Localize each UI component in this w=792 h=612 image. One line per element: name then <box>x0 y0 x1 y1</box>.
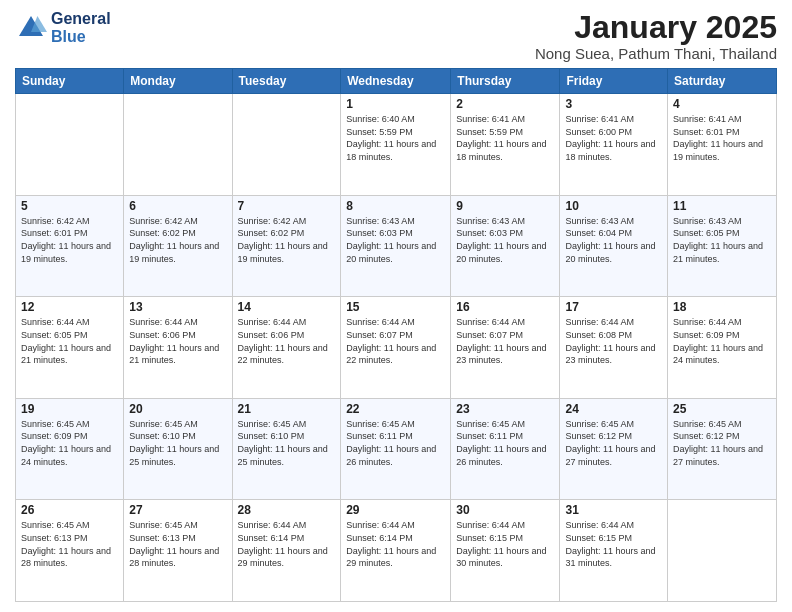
day-info: Sunrise: 6:45 AMSunset: 6:11 PMDaylight:… <box>346 419 436 467</box>
day-number: 31 <box>565 503 662 517</box>
day-info: Sunrise: 6:44 AMSunset: 6:15 PMDaylight:… <box>456 520 546 568</box>
calendar-cell: 7 Sunrise: 6:42 AMSunset: 6:02 PMDayligh… <box>232 195 341 297</box>
page-title: January 2025 <box>535 10 777 45</box>
calendar-cell: 6 Sunrise: 6:42 AMSunset: 6:02 PMDayligh… <box>124 195 232 297</box>
day-info: Sunrise: 6:44 AMSunset: 6:06 PMDaylight:… <box>129 317 219 365</box>
calendar-week-4: 19 Sunrise: 6:45 AMSunset: 6:09 PMDaylig… <box>16 398 777 500</box>
calendar-cell: 17 Sunrise: 6:44 AMSunset: 6:08 PMDaylig… <box>560 297 668 399</box>
col-tuesday: Tuesday <box>232 69 341 94</box>
day-info: Sunrise: 6:44 AMSunset: 6:09 PMDaylight:… <box>673 317 763 365</box>
col-wednesday: Wednesday <box>341 69 451 94</box>
day-number: 25 <box>673 402 771 416</box>
day-info: Sunrise: 6:42 AMSunset: 6:01 PMDaylight:… <box>21 216 111 264</box>
calendar-table: Sunday Monday Tuesday Wednesday Thursday… <box>15 68 777 602</box>
day-number: 21 <box>238 402 336 416</box>
calendar-cell: 15 Sunrise: 6:44 AMSunset: 6:07 PMDaylig… <box>341 297 451 399</box>
day-info: Sunrise: 6:43 AMSunset: 6:03 PMDaylight:… <box>456 216 546 264</box>
day-info: Sunrise: 6:41 AMSunset: 5:59 PMDaylight:… <box>456 114 546 162</box>
calendar-cell: 9 Sunrise: 6:43 AMSunset: 6:03 PMDayligh… <box>451 195 560 297</box>
page-subtitle: Nong Suea, Pathum Thani, Thailand <box>535 45 777 62</box>
day-number: 15 <box>346 300 445 314</box>
calendar-cell: 20 Sunrise: 6:45 AMSunset: 6:10 PMDaylig… <box>124 398 232 500</box>
day-number: 9 <box>456 199 554 213</box>
calendar-cell <box>232 94 341 196</box>
calendar-cell: 23 Sunrise: 6:45 AMSunset: 6:11 PMDaylig… <box>451 398 560 500</box>
calendar-cell: 19 Sunrise: 6:45 AMSunset: 6:09 PMDaylig… <box>16 398 124 500</box>
day-info: Sunrise: 6:45 AMSunset: 6:10 PMDaylight:… <box>129 419 219 467</box>
day-info: Sunrise: 6:44 AMSunset: 6:06 PMDaylight:… <box>238 317 328 365</box>
calendar-cell <box>16 94 124 196</box>
calendar-cell: 4 Sunrise: 6:41 AMSunset: 6:01 PMDayligh… <box>668 94 777 196</box>
calendar-week-2: 5 Sunrise: 6:42 AMSunset: 6:01 PMDayligh… <box>16 195 777 297</box>
day-info: Sunrise: 6:44 AMSunset: 6:14 PMDaylight:… <box>346 520 436 568</box>
day-number: 14 <box>238 300 336 314</box>
calendar-cell: 5 Sunrise: 6:42 AMSunset: 6:01 PMDayligh… <box>16 195 124 297</box>
day-info: Sunrise: 6:45 AMSunset: 6:11 PMDaylight:… <box>456 419 546 467</box>
calendar-cell: 8 Sunrise: 6:43 AMSunset: 6:03 PMDayligh… <box>341 195 451 297</box>
calendar-cell: 14 Sunrise: 6:44 AMSunset: 6:06 PMDaylig… <box>232 297 341 399</box>
calendar-week-3: 12 Sunrise: 6:44 AMSunset: 6:05 PMDaylig… <box>16 297 777 399</box>
day-info: Sunrise: 6:41 AMSunset: 6:00 PMDaylight:… <box>565 114 655 162</box>
col-sunday: Sunday <box>16 69 124 94</box>
calendar-cell: 27 Sunrise: 6:45 AMSunset: 6:13 PMDaylig… <box>124 500 232 602</box>
day-number: 3 <box>565 97 662 111</box>
day-info: Sunrise: 6:44 AMSunset: 6:15 PMDaylight:… <box>565 520 655 568</box>
header: General Blue January 2025 Nong Suea, Pat… <box>15 10 777 62</box>
title-area: January 2025 Nong Suea, Pathum Thani, Th… <box>535 10 777 62</box>
calendar-cell: 3 Sunrise: 6:41 AMSunset: 6:00 PMDayligh… <box>560 94 668 196</box>
col-thursday: Thursday <box>451 69 560 94</box>
day-number: 20 <box>129 402 226 416</box>
calendar-cell: 24 Sunrise: 6:45 AMSunset: 6:12 PMDaylig… <box>560 398 668 500</box>
calendar-cell <box>668 500 777 602</box>
calendar-cell: 12 Sunrise: 6:44 AMSunset: 6:05 PMDaylig… <box>16 297 124 399</box>
day-info: Sunrise: 6:44 AMSunset: 6:08 PMDaylight:… <box>565 317 655 365</box>
day-info: Sunrise: 6:45 AMSunset: 6:10 PMDaylight:… <box>238 419 328 467</box>
day-number: 30 <box>456 503 554 517</box>
calendar-cell: 25 Sunrise: 6:45 AMSunset: 6:12 PMDaylig… <box>668 398 777 500</box>
day-number: 27 <box>129 503 226 517</box>
page: General Blue January 2025 Nong Suea, Pat… <box>0 0 792 612</box>
day-number: 4 <box>673 97 771 111</box>
calendar-cell: 30 Sunrise: 6:44 AMSunset: 6:15 PMDaylig… <box>451 500 560 602</box>
logo-text: General Blue <box>51 10 111 45</box>
day-number: 13 <box>129 300 226 314</box>
calendar-week-1: 1 Sunrise: 6:40 AMSunset: 5:59 PMDayligh… <box>16 94 777 196</box>
calendar-cell <box>124 94 232 196</box>
day-info: Sunrise: 6:45 AMSunset: 6:13 PMDaylight:… <box>21 520 111 568</box>
day-info: Sunrise: 6:45 AMSunset: 6:12 PMDaylight:… <box>673 419 763 467</box>
calendar-cell: 1 Sunrise: 6:40 AMSunset: 5:59 PMDayligh… <box>341 94 451 196</box>
day-number: 16 <box>456 300 554 314</box>
calendar-cell: 26 Sunrise: 6:45 AMSunset: 6:13 PMDaylig… <box>16 500 124 602</box>
day-number: 8 <box>346 199 445 213</box>
calendar-cell: 31 Sunrise: 6:44 AMSunset: 6:15 PMDaylig… <box>560 500 668 602</box>
day-info: Sunrise: 6:44 AMSunset: 6:07 PMDaylight:… <box>346 317 436 365</box>
day-info: Sunrise: 6:40 AMSunset: 5:59 PMDaylight:… <box>346 114 436 162</box>
day-number: 28 <box>238 503 336 517</box>
day-info: Sunrise: 6:41 AMSunset: 6:01 PMDaylight:… <box>673 114 763 162</box>
col-friday: Friday <box>560 69 668 94</box>
day-number: 18 <box>673 300 771 314</box>
calendar-cell: 22 Sunrise: 6:45 AMSunset: 6:11 PMDaylig… <box>341 398 451 500</box>
day-info: Sunrise: 6:44 AMSunset: 6:14 PMDaylight:… <box>238 520 328 568</box>
day-number: 11 <box>673 199 771 213</box>
logo: General Blue <box>15 10 111 45</box>
calendar-cell: 21 Sunrise: 6:45 AMSunset: 6:10 PMDaylig… <box>232 398 341 500</box>
col-monday: Monday <box>124 69 232 94</box>
day-info: Sunrise: 6:44 AMSunset: 6:07 PMDaylight:… <box>456 317 546 365</box>
day-info: Sunrise: 6:43 AMSunset: 6:03 PMDaylight:… <box>346 216 436 264</box>
day-number: 22 <box>346 402 445 416</box>
day-number: 6 <box>129 199 226 213</box>
calendar-week-5: 26 Sunrise: 6:45 AMSunset: 6:13 PMDaylig… <box>16 500 777 602</box>
day-info: Sunrise: 6:42 AMSunset: 6:02 PMDaylight:… <box>129 216 219 264</box>
day-number: 5 <box>21 199 118 213</box>
day-info: Sunrise: 6:45 AMSunset: 6:12 PMDaylight:… <box>565 419 655 467</box>
calendar-header-row: Sunday Monday Tuesday Wednesday Thursday… <box>16 69 777 94</box>
calendar-cell: 29 Sunrise: 6:44 AMSunset: 6:14 PMDaylig… <box>341 500 451 602</box>
calendar-cell: 28 Sunrise: 6:44 AMSunset: 6:14 PMDaylig… <box>232 500 341 602</box>
day-number: 10 <box>565 199 662 213</box>
calendar-cell: 2 Sunrise: 6:41 AMSunset: 5:59 PMDayligh… <box>451 94 560 196</box>
calendar-cell: 16 Sunrise: 6:44 AMSunset: 6:07 PMDaylig… <box>451 297 560 399</box>
calendar-cell: 11 Sunrise: 6:43 AMSunset: 6:05 PMDaylig… <box>668 195 777 297</box>
day-info: Sunrise: 6:43 AMSunset: 6:05 PMDaylight:… <box>673 216 763 264</box>
day-number: 1 <box>346 97 445 111</box>
